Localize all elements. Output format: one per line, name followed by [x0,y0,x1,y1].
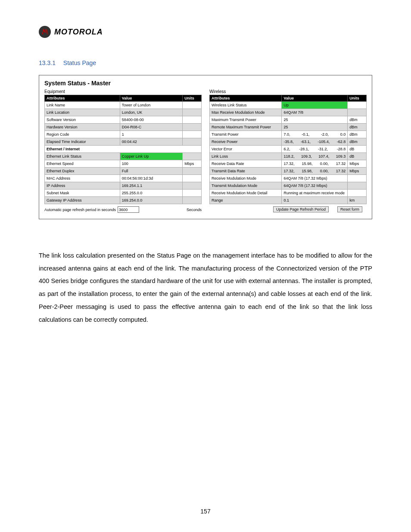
u-cell: Mbps [348,160,367,168]
val-cell: 64QAM 7/8 [282,109,348,116]
attr-cell: Range [210,197,282,204]
u-cell [183,138,202,146]
attr-cell: Remote Maximum Transmit Power [210,124,282,131]
attr-cell: Link Location [45,109,120,116]
table-row: Ethernet Link StatusCopper Link Up [45,153,202,160]
v4: 0.0 [340,132,346,137]
val-cell: 00:04:42 [120,138,183,146]
u-cell: dBm [348,131,367,138]
v2: -63.1, [301,140,311,144]
u-cell: dB [348,153,367,160]
table-row: Receive Modulation Mode64QAM 7/8 (17.32 … [210,175,367,182]
u-cell: Mbps [183,160,202,168]
val-cell: London, UK [120,109,183,116]
attr-cell: Wireless Link Status [210,102,282,109]
table-row: Transmit Modulation Mode64QAM 7/8 (17.32… [210,182,367,190]
u-cell [183,102,202,109]
attr-cell: Maximum Transmit Power [210,116,282,124]
val-cell: 100 [120,160,183,168]
attr-cell: Region Code [45,131,120,138]
u-cell: Mbps [348,168,367,175]
refresh-input[interactable] [118,206,139,213]
u-cell [183,190,202,197]
attr-cell: Software Version [45,116,120,124]
attr-cell: MAC Address [45,175,120,182]
subsection-label: Ethernet / Internet [45,146,202,153]
table-row: Software Version58400-08-00 [45,116,202,124]
u-cell: km [348,197,367,204]
attr-cell: Receive Data Rate [210,160,282,168]
table-row: Vector Error6.2,-28.1,-31.2,-28.8dB [210,146,367,153]
val-cell: 169.254.1.1 [120,182,183,190]
val-cell: 118.2,109.3,107.4,109.3 [282,153,348,160]
val-cell: 58400-08-00 [120,116,183,124]
u-cell [183,175,202,182]
th-units: Units [348,95,367,102]
update-refresh-button[interactable]: Update Page Refresh Period [273,206,329,212]
val-cell: Up [282,102,348,109]
panel-title: System Status - Master [44,80,367,87]
table-row: Link Loss118.2,109.3,107.4,109.3dB [210,153,367,160]
v1: 7.0, [283,132,290,137]
table-row: Transmit Data Rate17.32,15.98,0.00,17.32… [210,168,367,175]
val-cell: 25 [282,116,348,124]
val-cell: -35.8,-63.1,-105.4,-62.8 [282,138,348,146]
attr-cell: Hardware Version [45,124,120,131]
v3: -105.4, [318,140,330,144]
attr-cell: Receive Power [210,138,282,146]
v3: 0.00, [320,162,329,166]
table-row: Link LocationLondon, UK [45,109,202,116]
v4: 17.32 [336,162,346,166]
table-header-row: Attributes Value Units [45,95,202,102]
equipment-column: Equipment Attributes Value Units Link Na… [44,89,202,213]
v2: 109.3, [301,154,312,159]
reset-form-button[interactable]: Reset form [337,206,362,212]
val-cell: Tower of London [120,102,183,109]
u-cell: dBm [348,124,367,131]
attr-cell: Elapsed Time Indicator [45,138,120,146]
val-cell: Copper Link Up [120,153,183,160]
attr-cell: Gateway IP Address [45,197,120,204]
table-row: Elapsed Time Indicator00:04:42 [45,138,202,146]
table-row: Maximum Transmit Power25dBm [210,116,367,124]
table-row: Gateway IP Address169.254.0.0 [45,197,202,204]
u-cell [183,197,202,204]
v2: 15.98, [302,162,313,166]
brand-text: MOTOROLA [54,28,103,37]
refresh-label: Automatic page refresh period in seconds [44,208,116,212]
table-row: Receive Data Rate17.32,15.98,0.00,17.32M… [210,160,367,168]
motorola-m-icon [39,26,51,38]
v3: 107.4, [318,154,329,159]
val-cell: Running at maximum receive mode [282,190,348,197]
v1: 17.32, [283,162,294,166]
wireless-label: Wireless [209,89,367,94]
v1: 17.32, [283,169,294,173]
refresh-units: Seconds [187,208,202,212]
wireless-column: Wireless Attributes Value Units Wireless… [209,89,367,213]
section-heading: 13.3.1 Status Page [39,59,372,66]
val-cell: D04-R08-C [120,124,183,131]
u-cell [183,131,202,138]
th-value: Value [120,95,183,102]
val-cell: 25 [282,124,348,131]
wireless-table: Attributes Value Units Wireless Link Sta… [209,95,367,204]
table-row: IP Address169.254.1.1 [45,182,202,190]
v2: -28.1, [299,147,309,151]
attr-cell: Max Receive Modulation Mode [210,109,282,116]
subsection-row: Ethernet / Internet [45,146,202,153]
attr-cell: Link Name [45,102,120,109]
v3: -31.2, [318,147,328,151]
val-cell: 17.32,15.98,0.00,17.32 [282,160,348,168]
val-cell: 169.254.0.0 [120,197,183,204]
refresh-controls-left: Automatic page refresh period in seconds… [44,206,202,213]
table-row: Wireless Link StatusUp [210,102,367,109]
v1: -35.8, [283,140,293,144]
equipment-label: Equipment [44,89,202,94]
u-cell [183,153,202,160]
table-row: Range0.1km [210,197,367,204]
heading-title: Status Page [63,59,96,66]
attr-cell: Receive Modulation Mode [210,175,282,182]
attr-cell: Transmit Modulation Mode [210,182,282,190]
table-row: Link NameTower of London [45,102,202,109]
u-cell [348,190,367,197]
